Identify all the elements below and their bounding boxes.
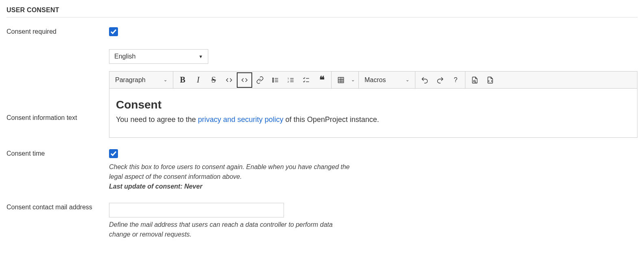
preview-button[interactable] — [467, 72, 482, 88]
numbered-list-button[interactable]: 12 — [283, 72, 299, 88]
blockquote-button[interactable]: ❝ — [314, 72, 330, 88]
row-consent-required: Consent required — [7, 27, 637, 38]
row-consent-time: Consent time Check this box to force use… — [7, 149, 637, 191]
privacy-policy-link[interactable]: privacy and security policy — [198, 115, 284, 124]
chevron-down-icon: ⌄ — [406, 77, 409, 83]
consent-time-help: Check this box to force users to consent… — [109, 162, 353, 191]
link-button[interactable] — [252, 72, 268, 88]
italic-button[interactable]: I — [190, 72, 206, 88]
rich-text-editor: Paragraph ⌄ B I S — [109, 71, 637, 138]
chevron-down-icon: ▼ — [199, 54, 203, 59]
label-consent-required: Consent required — [7, 27, 109, 35]
label-consent-info: Consent information text — [7, 49, 109, 122]
section-title: USER CONSENT — [7, 7, 637, 17]
svg-point-0 — [273, 78, 274, 79]
source-button[interactable] — [482, 72, 498, 88]
code-block-button[interactable] — [237, 72, 252, 88]
row-consent-info: Consent information text English ▼ Parag… — [7, 49, 637, 138]
consent-last-update: Last update of consent: Never — [109, 183, 202, 190]
todo-list-button[interactable] — [299, 72, 314, 88]
question-icon: ? — [454, 76, 458, 84]
content-paragraph: You need to agree to the privacy and sec… — [116, 115, 631, 124]
undo-button[interactable] — [417, 72, 432, 88]
chevron-down-icon: ⌄ — [351, 77, 355, 83]
content-heading: Consent — [116, 98, 631, 111]
consent-time-checkbox[interactable] — [109, 149, 118, 158]
svg-point-18 — [474, 80, 475, 82]
svg-rect-13 — [338, 77, 343, 83]
table-dropdown[interactable]: ⌄ — [349, 72, 357, 88]
redo-button[interactable] — [432, 72, 448, 88]
heading-dropdown[interactable]: Paragraph ⌄ — [111, 72, 171, 88]
svg-line-19 — [475, 82, 476, 83]
table-button[interactable] — [333, 72, 349, 88]
consent-contact-input[interactable] — [109, 203, 284, 217]
language-select[interactable]: English ▼ — [109, 49, 208, 64]
row-consent-contact: Consent contact mail address Define the … — [7, 203, 637, 239]
label-consent-contact: Consent contact mail address — [7, 203, 109, 211]
consent-required-checkbox[interactable] — [109, 27, 118, 36]
bullet-list-button[interactable] — [268, 72, 283, 88]
svg-text:2: 2 — [288, 80, 289, 83]
svg-point-2 — [273, 81, 274, 82]
code-button[interactable] — [221, 72, 237, 88]
help-button[interactable]: ? — [448, 72, 463, 88]
label-consent-time: Consent time — [7, 149, 109, 157]
language-select-value: English — [114, 53, 135, 60]
consent-contact-help: Define the mail address that users can r… — [109, 220, 353, 239]
editor-content-area[interactable]: Consent You need to agree to the privacy… — [109, 89, 637, 137]
macros-dropdown[interactable]: Macros ⌄ — [360, 72, 413, 88]
strike-button[interactable]: S — [206, 72, 221, 88]
chevron-down-icon: ⌄ — [164, 77, 167, 83]
svg-text:1: 1 — [288, 77, 289, 79]
editor-toolbar: Paragraph ⌄ B I S — [109, 72, 637, 89]
svg-point-1 — [273, 79, 274, 80]
bold-button[interactable]: B — [175, 72, 190, 88]
